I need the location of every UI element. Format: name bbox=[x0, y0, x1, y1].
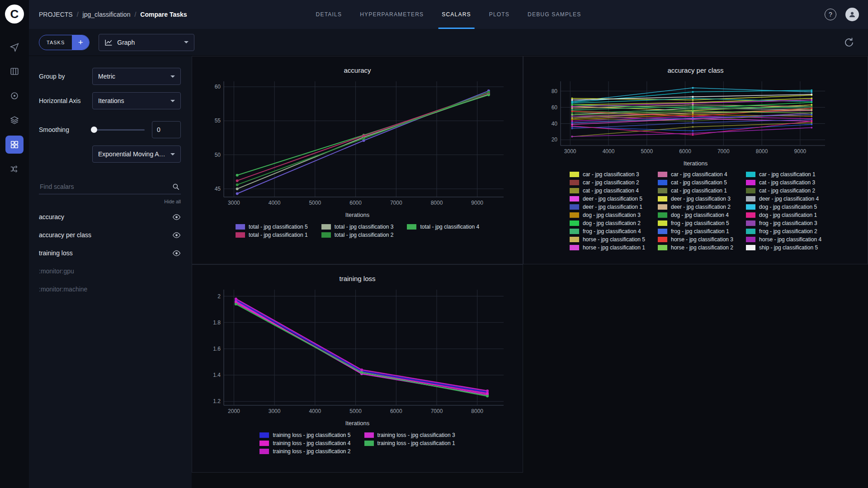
accuracy-plot[interactable]: 300040005000600070008000900045505560 bbox=[205, 77, 510, 209]
legend-item[interactable]: cat - jpg classification 5 bbox=[658, 179, 733, 186]
metric-row-accuracy[interactable]: accuracy bbox=[39, 208, 181, 226]
slider-knob[interactable] bbox=[91, 127, 97, 133]
legend-label: cat - jpg classification 4 bbox=[583, 188, 639, 194]
tab-details[interactable]: DETAILS bbox=[307, 0, 351, 29]
clearml-logo[interactable]: C bbox=[5, 5, 24, 23]
legend-item[interactable]: deer - jpg classification 5 bbox=[570, 196, 645, 202]
tab-plots[interactable]: PLOTS bbox=[480, 0, 519, 29]
legend-item[interactable]: total - jpg classification 5 bbox=[236, 224, 308, 230]
legend-item[interactable]: horse - jpg classification 5 bbox=[570, 236, 645, 243]
legend-item[interactable]: car - jpg classification 4 bbox=[658, 171, 733, 178]
logo-letter: C bbox=[10, 7, 19, 21]
refresh-icon[interactable] bbox=[841, 37, 857, 48]
legend-item[interactable]: cat - jpg classification 1 bbox=[658, 188, 733, 194]
legend-item[interactable]: dog - jpg classification 3 bbox=[570, 212, 645, 218]
legend-item[interactable]: total - jpg classification 1 bbox=[236, 232, 308, 238]
legend-label: frog - jpg classification 2 bbox=[759, 228, 817, 235]
legend-item[interactable]: training loss - jpg classification 4 bbox=[259, 440, 350, 446]
metric-row-monitor-gpu[interactable]: :monitor:gpu bbox=[39, 262, 181, 280]
search-icon[interactable] bbox=[172, 183, 180, 191]
tasks-button[interactable]: TASKS bbox=[39, 35, 72, 50]
legend-item[interactable]: cat - jpg classification 4 bbox=[570, 188, 645, 194]
legend-item[interactable]: horse - jpg classification 4 bbox=[746, 236, 821, 243]
metric-label: accuracy per class bbox=[39, 231, 91, 239]
chart-card-accuracy: accuracy 3000400050006000700080009000455… bbox=[192, 56, 523, 264]
metric-row-accuracy-per-class[interactable]: accuracy per class bbox=[39, 226, 181, 244]
legend-item[interactable]: deer - jpg classification 2 bbox=[658, 204, 733, 210]
legend-item[interactable]: training loss - jpg classification 1 bbox=[364, 440, 455, 446]
view-type-dropdown[interactable]: Graph bbox=[99, 34, 194, 51]
legend-item[interactable]: car - jpg classification 1 bbox=[746, 171, 821, 178]
legend-item[interactable]: training loss - jpg classification 5 bbox=[259, 432, 350, 438]
scalars-settings-panel: Group by Metric Horizontal Axis Iteratio… bbox=[29, 56, 192, 488]
legend-item[interactable]: total - jpg classification 2 bbox=[321, 232, 394, 238]
legend-item[interactable]: training loss - jpg classification 2 bbox=[259, 448, 350, 455]
tab-hyperparameters[interactable]: HYPERPARAMETERS bbox=[351, 0, 433, 29]
legend-item[interactable]: cat - jpg classification 2 bbox=[746, 188, 821, 194]
legend-item[interactable]: horse - jpg classification 3 bbox=[658, 236, 733, 243]
scalars-toolbar: TASKS + Graph bbox=[29, 29, 868, 56]
visibility-eye-icon[interactable] bbox=[172, 249, 181, 258]
legend-item[interactable]: training loss - jpg classification 3 bbox=[364, 432, 455, 438]
legend-item[interactable]: car - jpg classification 2 bbox=[570, 179, 645, 186]
search-input[interactable] bbox=[39, 183, 181, 191]
svg-text:5000: 5000 bbox=[349, 408, 362, 414]
chart-title: accuracy per class bbox=[524, 66, 868, 74]
legend-item[interactable]: frog - jpg classification 4 bbox=[570, 228, 645, 235]
tab-scalars[interactable]: SCALARS bbox=[433, 0, 480, 29]
legend-item[interactable]: total - jpg classification 4 bbox=[407, 224, 479, 230]
training-loss-plot[interactable]: 20003000400050006000700080001.21.41.61.8… bbox=[205, 285, 510, 417]
legend-item[interactable]: dog - jpg classification 1 bbox=[746, 212, 821, 218]
sidebar-item-pipelines[interactable] bbox=[5, 87, 24, 105]
add-task-button[interactable]: + bbox=[72, 35, 89, 50]
legend-item[interactable]: deer - jpg classification 4 bbox=[746, 196, 821, 202]
legend-item[interactable]: dog - jpg classification 2 bbox=[570, 220, 645, 226]
metric-row-monitor-machine[interactable]: :monitor:machine bbox=[39, 280, 181, 298]
legend-label: car - jpg classification 2 bbox=[583, 179, 639, 186]
legend-label: frog - jpg classification 3 bbox=[759, 220, 817, 226]
legend-item[interactable]: ship - jpg classification 5 bbox=[746, 244, 821, 251]
smoothing-method-select[interactable]: Exponential Moving Av... bbox=[92, 145, 181, 163]
svg-text:6000: 6000 bbox=[349, 200, 362, 206]
legend-item[interactable]: total - jpg classification 3 bbox=[321, 224, 394, 230]
smoothing-slider[interactable] bbox=[92, 129, 145, 131]
accuracy-per-class-plot[interactable]: 300040005000600070008000900020406080 bbox=[542, 77, 831, 157]
legend-item[interactable]: dog - jpg classification 5 bbox=[746, 204, 821, 210]
sidebar-item-orchestration[interactable] bbox=[5, 160, 24, 178]
legend-swatch bbox=[570, 180, 579, 185]
smoothing-value-input[interactable] bbox=[152, 121, 181, 138]
nav-rail: C bbox=[0, 0, 29, 488]
breadcrumb-project[interactable]: jpg_classification bbox=[83, 11, 131, 18]
group-by-select[interactable]: Metric bbox=[92, 68, 181, 85]
legend-label: car - jpg classification 1 bbox=[759, 171, 816, 178]
legend-item[interactable]: horse - jpg classification 2 bbox=[658, 244, 733, 251]
legend-item[interactable]: frog - jpg classification 3 bbox=[746, 220, 821, 226]
legend-label: training loss - jpg classification 2 bbox=[273, 448, 350, 455]
tab-debug-samples[interactable]: DEBUG SAMPLES bbox=[519, 0, 590, 29]
breadcrumb-projects[interactable]: PROJECTS bbox=[39, 11, 73, 18]
sidebar-item-applications[interactable] bbox=[5, 136, 24, 154]
smoothing-row: Smoothing bbox=[39, 121, 181, 138]
legend-item[interactable]: deer - jpg classification 1 bbox=[570, 204, 645, 210]
legend-swatch bbox=[746, 212, 755, 218]
legend-item[interactable]: frog - jpg classification 5 bbox=[658, 220, 733, 226]
legend-item[interactable]: horse - jpg classification 1 bbox=[570, 244, 645, 251]
legend-item[interactable]: frog - jpg classification 2 bbox=[746, 228, 821, 235]
legend-swatch bbox=[570, 229, 579, 234]
legend-item[interactable]: dog - jpg classification 4 bbox=[658, 212, 733, 218]
avatar[interactable] bbox=[845, 8, 859, 21]
sidebar-item-reports[interactable] bbox=[5, 111, 24, 129]
metric-row-training-loss[interactable]: training loss bbox=[39, 244, 181, 262]
visibility-eye-icon[interactable] bbox=[172, 231, 181, 239]
hide-all-button[interactable]: Hide all bbox=[39, 199, 181, 204]
legend-label: total - jpg classification 2 bbox=[335, 232, 394, 238]
legend-item[interactable]: car - jpg classification 3 bbox=[570, 171, 645, 178]
sidebar-item-datasets[interactable] bbox=[5, 62, 24, 80]
sidebar-item-projects[interactable] bbox=[5, 38, 24, 56]
visibility-eye-icon[interactable] bbox=[172, 213, 181, 221]
legend-item[interactable]: frog - jpg classification 1 bbox=[658, 228, 733, 235]
legend-item[interactable]: deer - jpg classification 3 bbox=[658, 196, 733, 202]
help-icon[interactable]: ? bbox=[825, 9, 836, 20]
horizontal-axis-select[interactable]: Iterations bbox=[92, 92, 181, 109]
legend-item[interactable]: cat - jpg classification 3 bbox=[746, 179, 821, 186]
